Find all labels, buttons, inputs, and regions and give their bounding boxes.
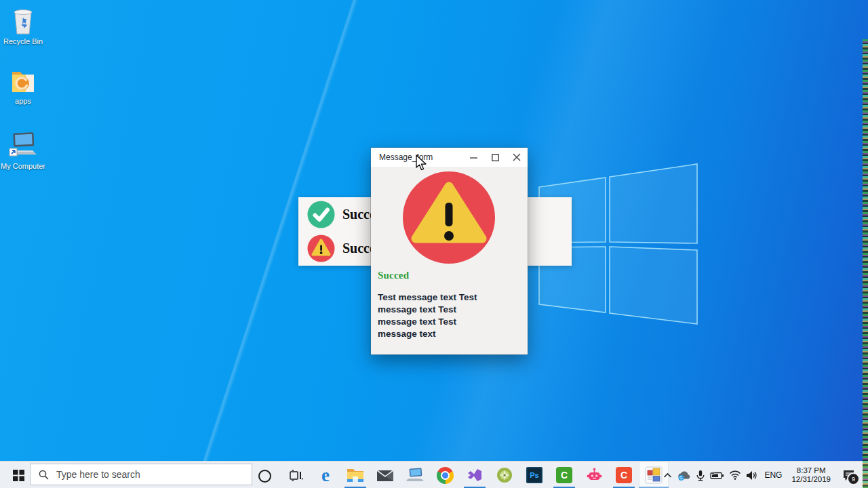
taskbar-app-mail[interactable] — [370, 462, 400, 488]
camtasia-recorder-icon: C — [616, 467, 632, 483]
laptop-icon — [406, 468, 425, 483]
tray-battery-button[interactable] — [710, 462, 724, 488]
close-icon — [513, 153, 521, 161]
message-line: message text Test — [378, 304, 477, 316]
clock-time: 8:37 PM — [791, 466, 831, 475]
chrome-icon — [437, 467, 454, 484]
maximize-icon — [492, 154, 499, 161]
notification-badge: 9 — [847, 472, 860, 485]
taskbar-app-android-studio[interactable] — [490, 462, 519, 488]
winforms-app-icon — [645, 466, 663, 484]
message-line: message text — [378, 328, 477, 340]
my-computer-icon — [7, 131, 39, 160]
speaker-icon — [746, 470, 757, 481]
maximize-button[interactable] — [484, 148, 506, 167]
taskbar-apps: e — [311, 462, 669, 488]
search-icon — [39, 470, 49, 480]
taskbar-app-chrome[interactable] — [430, 462, 460, 488]
mail-icon — [376, 468, 394, 482]
tray-volume-button[interactable] — [746, 462, 757, 488]
mouse-cursor — [415, 155, 427, 172]
warning-icon — [307, 235, 335, 262]
file-explorer-icon — [347, 468, 364, 483]
desktop-icon-my-computer[interactable]: My Computer — [0, 131, 47, 171]
tray-clock[interactable]: 8:37 PM 12/31/2019 — [789, 466, 833, 484]
task-view-icon — [290, 470, 303, 481]
battery-icon — [710, 471, 724, 480]
warning-icon — [402, 170, 496, 265]
visual-studio-icon — [467, 468, 482, 482]
message-line: Test message text Test — [378, 291, 477, 304]
status-text: Succed — [378, 270, 409, 281]
system-tray: ENG 8:37 PM 12/31/2019 9 — [663, 462, 859, 488]
cortana-button[interactable] — [258, 470, 271, 483]
taskbar-app-photoshop[interactable]: Ps — [519, 462, 549, 488]
taskbar-app-camtasia-recorder[interactable]: C — [609, 462, 639, 488]
apps-folder-icon — [8, 68, 38, 95]
minimize-button[interactable] — [462, 148, 484, 167]
taskbar-app-camtasia[interactable]: C — [549, 462, 579, 488]
windows-start-icon — [13, 470, 24, 481]
robot-icon — [587, 468, 602, 483]
desktop-icon-recycle-bin[interactable]: Recycle Bin — [0, 5, 47, 46]
desktop-wallpaper: Recycle Bin apps — [0, 0, 868, 461]
onedrive-cloud-icon — [677, 470, 691, 481]
desktop-icon-label: Recycle Bin — [3, 37, 43, 45]
wifi-icon — [729, 470, 741, 480]
message-form-window: Message_form — [371, 148, 528, 354]
message-text: Test message text Test message text Test… — [378, 291, 477, 340]
tray-chevron-button[interactable] — [663, 462, 672, 488]
dialog-body: Succed Test message text Test message te… — [371, 167, 528, 354]
taskbar: e — [0, 461, 868, 488]
desktop-icon-label: apps — [15, 97, 31, 105]
action-center-button[interactable]: 9 — [838, 462, 859, 488]
clock-date: 12/31/2019 — [791, 475, 831, 484]
tray-onedrive-button[interactable] — [677, 462, 691, 488]
camtasia-icon: C — [556, 467, 572, 483]
taskbar-app-file-explorer[interactable] — [340, 462, 370, 488]
minimize-icon — [470, 154, 477, 161]
taskbar-app-computer[interactable] — [400, 462, 430, 488]
close-button[interactable] — [506, 148, 528, 167]
taskbar-app-visual-studio[interactable] — [460, 462, 490, 488]
windows-desktop-screen: Recycle Bin apps — [0, 0, 868, 488]
success-check-icon — [307, 201, 335, 228]
microphone-icon — [696, 470, 705, 481]
taskbar-app-edge[interactable]: e — [311, 462, 340, 488]
android-studio-icon — [496, 467, 513, 483]
tray-network-button[interactable] — [729, 462, 741, 488]
desktop-icon-label: My Computer — [1, 162, 45, 170]
task-view-button[interactable] — [286, 462, 307, 488]
desktop-icon-apps[interactable]: apps — [0, 68, 47, 106]
start-button[interactable] — [7, 462, 30, 488]
search-input[interactable] — [55, 468, 234, 481]
edge-icon: e — [321, 466, 330, 485]
video-artifact-strip — [863, 39, 868, 488]
window-titlebar[interactable]: Message_form — [371, 148, 528, 167]
tray-language-button[interactable]: ENG — [762, 470, 784, 480]
taskbar-search[interactable] — [30, 464, 252, 485]
message-line: message text Test — [378, 316, 477, 328]
chevron-up-icon — [663, 472, 672, 479]
taskbar-app-robot[interactable] — [579, 462, 609, 488]
recycle-bin-icon — [9, 5, 37, 35]
tray-microphone-button[interactable] — [696, 462, 705, 488]
photoshop-icon: Ps — [526, 467, 542, 483]
